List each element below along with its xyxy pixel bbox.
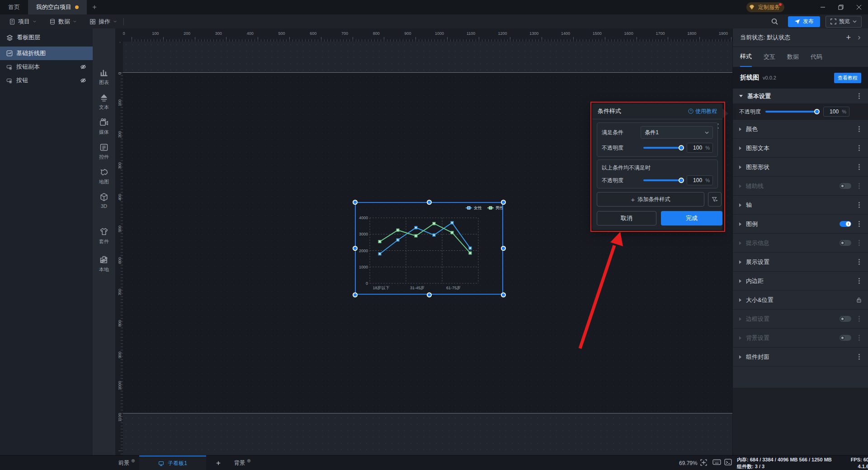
shortcut-keys-button[interactable] <box>712 459 721 465</box>
opacity-input[interactable]: 100 % <box>687 143 713 153</box>
view-tutorial-button[interactable]: 查看教程 <box>834 73 861 83</box>
resize-handle[interactable] <box>501 246 506 251</box>
opacity-slider[interactable] <box>765 111 819 113</box>
slider-knob[interactable] <box>679 178 684 183</box>
background-button[interactable]: 背景 ⊕ <box>234 456 250 470</box>
layer-item[interactable]: 基础折线图 <box>0 47 93 60</box>
section-辅助线[interactable]: 辅助线 <box>733 177 868 196</box>
dock-item-媒体[interactable]: 媒体 <box>93 118 115 136</box>
menu-actions[interactable]: 操作 <box>83 14 123 28</box>
menu-data[interactable]: 数据 <box>43 14 83 28</box>
section-toggle[interactable] <box>840 183 851 189</box>
section-背景设置[interactable]: 背景设置 <box>733 329 868 348</box>
foreground-button[interactable]: 前景 ⊕ <box>118 456 135 470</box>
inspector-tab-交互[interactable]: 交互 <box>764 47 775 67</box>
section-menu-button[interactable] <box>856 278 862 284</box>
dock-item-本地[interactable]: 本地 <box>93 255 115 273</box>
opacity-input[interactable]: 100% <box>823 107 849 117</box>
fit-screen-button[interactable] <box>700 459 708 466</box>
resize-handle[interactable] <box>353 200 358 205</box>
project-tab-label: 我的空白项目 <box>36 3 71 11</box>
console-button[interactable] <box>724 459 732 465</box>
layer-item[interactable]: 按钮副本 <box>0 60 93 74</box>
resize-handle[interactable] <box>427 200 432 205</box>
section-menu-button[interactable] <box>856 126 862 132</box>
preview-button[interactable]: 预览 <box>826 16 862 28</box>
fallback-opacity-input[interactable]: 100 % <box>687 175 713 185</box>
lock-icon[interactable] <box>856 297 862 303</box>
section-轴[interactable]: 轴 <box>733 196 868 215</box>
section-展示设置[interactable]: 展示设置 <box>733 253 868 272</box>
section-边框设置[interactable]: 边框设置 <box>733 310 868 329</box>
section-图例[interactable]: 图例 <box>733 215 868 234</box>
slider-knob[interactable] <box>679 145 684 150</box>
dock-item-套件[interactable]: 套件 <box>93 227 115 245</box>
dock-item-文本[interactable]: 文本 <box>93 93 115 111</box>
filter-add-button[interactable] <box>708 192 722 207</box>
section-toggle[interactable] <box>840 240 851 246</box>
resize-handle[interactable] <box>501 292 506 297</box>
section-menu-button[interactable] <box>856 202 862 208</box>
section-图形文本[interactable]: 图形文本 <box>733 139 868 158</box>
section-menu-button[interactable] <box>856 93 862 99</box>
section-menu-button[interactable] <box>856 221 862 227</box>
resize-handle[interactable] <box>353 246 358 251</box>
custom-service-badge[interactable]: 定制服务 <box>746 2 784 12</box>
section-menu-button[interactable] <box>856 259 862 265</box>
section-menu-button[interactable] <box>856 354 862 360</box>
section-提示信息[interactable]: 提示信息 <box>733 234 868 253</box>
inspector-tab-数据[interactable]: 数据 <box>787 47 799 67</box>
condition-select[interactable]: 条件1 <box>641 126 713 139</box>
resize-handle[interactable] <box>427 292 432 297</box>
tutorial-link[interactable]: 使用教程 <box>688 108 717 115</box>
section-图形形状[interactable]: 图形形状 <box>733 158 868 177</box>
sub-board-tab[interactable]: 子看板1 <box>139 456 206 470</box>
dock-item-地图[interactable]: 地图 <box>93 168 115 185</box>
dock-item-控件[interactable]: 控件 <box>93 143 115 160</box>
section-menu-button[interactable] <box>856 316 862 322</box>
section-toggle[interactable] <box>840 335 851 341</box>
resize-handle[interactable] <box>353 292 358 297</box>
section-menu-button[interactable] <box>856 240 862 246</box>
zoom-level[interactable]: 69.79% <box>679 456 698 470</box>
selected-line-chart-component[interactable]: 0100020003000400018岁以下31-45岁61-75岁女性男性 <box>355 202 503 295</box>
section-内边距[interactable]: 内边距 <box>733 272 868 291</box>
eye-off-icon[interactable] <box>80 64 86 70</box>
eye-off-icon[interactable] <box>80 77 86 84</box>
close-button[interactable] <box>850 0 868 14</box>
search-button[interactable] <box>768 17 781 26</box>
add-state-button[interactable]: + <box>846 33 851 42</box>
new-tab-button[interactable]: + <box>87 0 102 14</box>
inspector-tab-样式[interactable]: 样式 <box>740 47 752 67</box>
restore-button[interactable] <box>832 0 850 14</box>
section-menu-button[interactable] <box>856 183 862 189</box>
layer-item[interactable]: 按钮 <box>0 74 93 87</box>
menu-project[interactable]: 项目 <box>3 14 43 28</box>
add-board-button[interactable]: + <box>216 456 221 470</box>
section-大小&位置[interactable]: 大小&位置 <box>733 291 868 310</box>
cancel-button[interactable]: 取消 <box>597 211 656 226</box>
section-颜色[interactable]: 颜色 <box>733 120 868 139</box>
add-condition-style-button[interactable]: + 添加条件样式 <box>597 192 704 207</box>
section-组件封面[interactable]: 组件封面 <box>733 348 868 367</box>
project-tab[interactable]: 我的空白项目 <box>28 0 87 14</box>
section-menu-button[interactable] <box>856 145 862 151</box>
section-toggle[interactable] <box>840 221 851 227</box>
dock-item-图表[interactable]: 图表 <box>93 68 115 86</box>
inspector-tab-代码[interactable]: 代码 <box>811 47 822 67</box>
chevron-right-icon[interactable] <box>857 36 861 40</box>
minimize-button[interactable] <box>814 0 832 14</box>
project-tab[interactable]: 首页 <box>0 0 28 14</box>
section-toggle[interactable] <box>840 316 851 322</box>
dock-item-3D[interactable]: 3D <box>93 193 115 209</box>
opacity-slider[interactable] <box>643 147 683 149</box>
add-condition-style-label: 添加条件样式 <box>637 196 670 203</box>
section-基本设置[interactable]: 基本设置 <box>733 89 868 104</box>
slider-knob[interactable] <box>814 109 820 114</box>
resize-handle[interactable] <box>501 200 506 205</box>
publish-button[interactable]: 发布 <box>788 16 820 27</box>
section-menu-button[interactable] <box>856 164 862 170</box>
confirm-button[interactable]: 完成 <box>661 211 722 226</box>
section-menu-button[interactable] <box>856 335 862 341</box>
fallback-opacity-slider[interactable] <box>643 179 683 181</box>
